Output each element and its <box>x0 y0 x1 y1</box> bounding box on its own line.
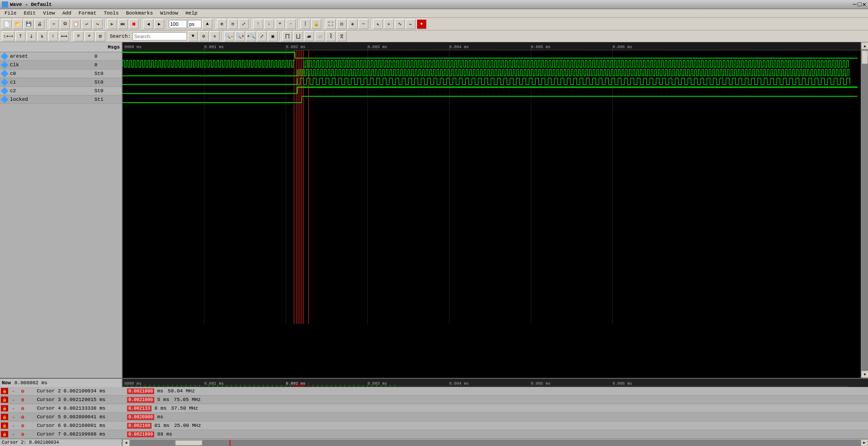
cursor-edit-icon-3[interactable]: ✏ <box>10 396 17 403</box>
sig-down-button[interactable]: ↓ <box>264 19 274 29</box>
paste-button[interactable]: 📋 <box>71 19 81 29</box>
step-button[interactable]: ⏭ <box>118 19 128 29</box>
cursor-remove-icon-4[interactable]: ⊖ <box>19 405 26 411</box>
scroll-thumb[interactable] <box>862 50 868 64</box>
undo-button[interactable]: ↩ <box>82 19 92 29</box>
close-button[interactable]: ✕ <box>863 0 866 8</box>
cursor-lock-icon-4[interactable]: 🔒 <box>1 405 8 411</box>
cursor-remove-icon-3[interactable]: ⊖ <box>19 396 26 403</box>
zoom-pan[interactable]: ✥ <box>348 19 358 29</box>
zoom-minus[interactable]: 🔍- <box>224 31 234 41</box>
menu-help[interactable]: Help <box>182 10 201 16</box>
prev-button[interactable]: ◀ <box>143 19 153 29</box>
zoom-plus[interactable]: 🔍+ <box>235 31 245 41</box>
scroll-right-button[interactable]: ▶ <box>861 439 868 446</box>
cursor-remove-icon-6[interactable]: ⊖ <box>19 422 26 429</box>
signal-row-locked[interactable]: locked St1 <box>0 95 122 104</box>
h-scroll-area[interactable] <box>130 440 861 446</box>
wave-shape-1[interactable]: ⊓ <box>282 31 292 41</box>
search-down[interactable]: ▼ <box>188 31 198 41</box>
zoom-in-time[interactable]: ⊕ <box>217 19 227 29</box>
zoom-select[interactable]: ↔ <box>358 19 368 29</box>
cursor-lock-icon-7[interactable]: 🔒 <box>1 431 8 437</box>
h-scroll-track[interactable]: ◀ ▶ <box>123 439 868 446</box>
horizontal-scrollbar[interactable]: Cursor 2: 0.002100034 ◀ ▶ <box>0 439 868 446</box>
menu-edit[interactable]: Edit <box>20 10 39 16</box>
zoom-area[interactable]: ⊡ <box>337 19 347 29</box>
sig-remove-button[interactable]: - <box>286 19 296 29</box>
signal-row-c1[interactable]: c1 St0 <box>0 78 122 87</box>
sig-add-button[interactable]: + <box>275 19 285 29</box>
time-value-input[interactable] <box>169 20 187 28</box>
h-scroll-thumb[interactable] <box>175 440 202 446</box>
time-unit-input[interactable] <box>188 20 201 28</box>
menu-bookmarks[interactable]: Bookmarks <box>123 10 157 16</box>
menu-format[interactable]: Format <box>75 10 100 16</box>
wave-shape-3[interactable]: ▰ <box>304 31 314 41</box>
stop-button[interactable]: ⏹ <box>129 19 139 29</box>
copy-button[interactable]: ⧉ <box>60 19 70 29</box>
next-button[interactable]: ▶ <box>154 19 164 29</box>
zoom-out-time[interactable]: ⊖ <box>228 19 238 29</box>
menu-tools[interactable]: Tools <box>100 10 123 16</box>
zoom-fit2[interactable]: ⤢ <box>257 31 267 41</box>
wave-canvas[interactable]: 0000 ms 0.001 ms 0.002 ms 0.003 ms 0.004… <box>123 42 861 378</box>
sig-btn-6[interactable]: ⟺ <box>59 31 69 41</box>
disp-btn-3[interactable]: ⊞ <box>95 31 105 41</box>
cursor-edit-icon-7[interactable]: ✏ <box>10 431 17 437</box>
wave-tool[interactable]: ∿ <box>395 19 405 29</box>
cross-tool[interactable]: ✛ <box>384 19 394 29</box>
cursor-remove-icon-7[interactable]: ⊖ <box>19 431 26 437</box>
cursor-edit-icon-4[interactable]: ✏ <box>10 405 17 411</box>
print-button[interactable]: 🖨 <box>34 19 44 29</box>
maximize-button[interactable]: □ <box>858 1 861 8</box>
edit-tool[interactable]: ✏ <box>406 19 416 29</box>
new-button[interactable]: 📄 <box>2 19 12 29</box>
signal-row-c2[interactable]: c2 St0 <box>0 87 122 95</box>
arrow-tool[interactable]: ↖ <box>373 19 383 29</box>
cursor-edit-icon-6[interactable]: ✏ <box>10 422 17 429</box>
search-opts[interactable]: ⚙ <box>199 31 209 41</box>
cut-button[interactable]: ✂ <box>49 19 59 29</box>
open-button[interactable]: 📂 <box>13 19 23 29</box>
menu-add[interactable]: Add <box>59 10 75 16</box>
menu-file[interactable]: File <box>1 10 20 16</box>
cursor-edit-icon-5[interactable]: ✏ <box>10 414 17 420</box>
scroll-track[interactable] <box>861 50 868 371</box>
zoom-area2[interactable]: ▣ <box>268 31 278 41</box>
cursor-lock-icon-3[interactable]: 🔒 <box>1 396 8 403</box>
menu-view[interactable]: View <box>39 10 59 16</box>
cursor-button[interactable]: | <box>300 19 310 29</box>
minimize-button[interactable]: ─ <box>853 1 857 8</box>
scroll-down-button[interactable]: ▼ <box>861 371 868 378</box>
sig-btn-5[interactable]: ↕ <box>48 31 58 41</box>
cursor-remove-icon-2[interactable]: ⊖ <box>19 388 26 394</box>
search-clear[interactable]: ✕ <box>210 31 220 41</box>
run-button[interactable]: ▶ <box>107 19 117 29</box>
lock-button[interactable]: 🔒 <box>311 19 321 29</box>
redo-button[interactable]: ↪ <box>93 19 103 29</box>
sig-btn-4[interactable]: ⇅ <box>37 31 47 41</box>
vertical-scrollbar[interactable]: ▲ ▼ <box>861 42 868 378</box>
scroll-up-button[interactable]: ▲ <box>861 42 868 50</box>
cursor-lock-icon-5[interactable]: 🔒 <box>1 414 8 420</box>
sig-btn-2[interactable]: ⤒ <box>15 31 25 41</box>
sig-up-button[interactable]: ↑ <box>253 19 263 29</box>
menu-window[interactable]: Window <box>157 10 182 16</box>
red-btn[interactable]: ● <box>417 19 427 29</box>
cursor-lock-icon-2[interactable]: 🔒 <box>1 388 8 394</box>
fit-button[interactable]: ⤢ <box>239 19 249 29</box>
signal-row-Clk[interactable]: Clk 0 <box>0 61 122 69</box>
wave-shape-4[interactable]: ▱ <box>315 31 325 41</box>
signal-row-areset[interactable]: areset 0 <box>0 52 122 61</box>
cursor-edit-icon-2[interactable]: ✏ <box>10 388 17 394</box>
cursor-remove-icon-5[interactable]: ⊖ <box>19 414 26 420</box>
wave-shape-2[interactable]: ⊔ <box>293 31 303 41</box>
disp-btn-2[interactable]: ≠ <box>84 31 94 41</box>
signal-row-c0[interactable]: c0 St0 <box>0 69 122 78</box>
zoom-full[interactable]: ⛶ <box>326 19 336 29</box>
cursor-lock-icon-6[interactable]: 🔒 <box>1 422 8 429</box>
wave-shape-5[interactable]: ⌇ <box>326 31 336 41</box>
sig-btn-1[interactable]: ↕⟻ <box>2 31 15 41</box>
disp-btn-1[interactable]: ≡ <box>74 31 83 41</box>
